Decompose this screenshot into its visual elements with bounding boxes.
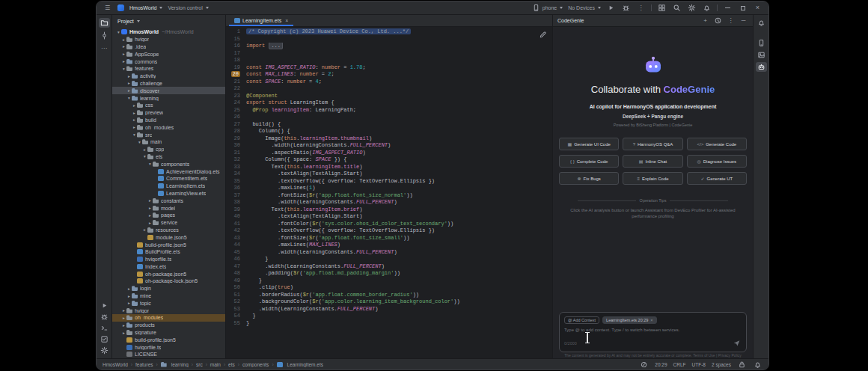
cursor-position[interactable]: 20:29 — [655, 362, 667, 367]
tree-item-oh-package-json5[interactable]: oh-package.json5 — [112, 270, 225, 278]
tree-item-cpp[interactable]: ▸cpp — [112, 146, 225, 153]
tree-item-constants[interactable]: ▸constants — [112, 197, 225, 204]
chevron-collapsed-icon[interactable]: ▸ — [147, 206, 153, 210]
device-selector[interactable]: No Devices — [568, 5, 601, 10]
remove-context-icon[interactable]: × — [650, 318, 652, 322]
tree-item--idea[interactable]: ▸.idea — [112, 43, 225, 51]
tree-item-css[interactable]: ▸css — [112, 102, 225, 109]
run-button[interactable] — [606, 3, 616, 13]
chevron-collapsed-icon[interactable]: ▸ — [132, 111, 137, 115]
breadcrumb-src[interactable]: src — [196, 362, 203, 367]
inspections-status-icon[interactable] — [639, 360, 649, 370]
code-line[interactable]: 37 .fontSize($r('app.float.font_size_nor… — [226, 192, 552, 200]
add-context-button[interactable]: @ Add Context — [564, 316, 599, 324]
code-line[interactable]: 54 } — [226, 313, 552, 320]
status-bell-icon[interactable] — [753, 360, 762, 370]
code-line[interactable]: 23@Component — [226, 93, 552, 100]
terminal-tool-icon[interactable] — [99, 323, 110, 333]
code-line[interactable]: 20const MAX_LINES: number = 2; — [226, 71, 552, 79]
version-control-menu[interactable]: Version control — [168, 5, 208, 10]
chevron-expanded-icon[interactable]: ▾ — [126, 96, 132, 100]
tree-item-ets[interactable]: ▾ets — [112, 153, 225, 161]
tree-item-preview[interactable]: ▸preview — [112, 109, 225, 117]
chevron-expanded-icon[interactable]: ▾ — [142, 154, 147, 159]
tree-item-main[interactable]: ▾main — [112, 138, 225, 146]
action-generate-code[interactable]: </>Generate Code — [687, 138, 747, 150]
send-message-icon[interactable] — [732, 338, 742, 348]
tree-item-index-ets[interactable]: Index.ets — [112, 263, 225, 271]
tree-item-signature[interactable]: ▸signature — [112, 329, 225, 337]
code-line[interactable]: 26 — [226, 114, 552, 121]
action-inline-chat[interactable]: ▤Inline Chat — [623, 155, 682, 168]
tree-item-hvigorfile-ts[interactable]: hvigorfile.ts — [112, 343, 225, 351]
file-encoding[interactable]: UTF-8 — [692, 362, 706, 367]
edit-mode-pencil-icon[interactable] — [538, 30, 548, 40]
chevron-collapsed-icon[interactable]: ▸ — [147, 213, 153, 218]
chat-composer[interactable]: @ Add Context LearningItem.ets 20:29 × 0… — [559, 312, 747, 352]
chevron-expanded-icon[interactable]: ▾ — [121, 67, 126, 71]
codegenie-tool-icon[interactable] — [756, 62, 767, 72]
tree-item-appscope[interactable]: ▸AppScope — [112, 50, 225, 58]
chevron-collapsed-icon[interactable]: ▸ — [142, 227, 147, 232]
todo-tool-icon[interactable] — [99, 334, 110, 344]
code-line[interactable]: 46 } — [226, 256, 552, 263]
code-line[interactable]: 55} — [226, 320, 552, 328]
breadcrumb-hmosworld[interactable]: HmosWorld — [103, 362, 128, 367]
tree-item-mine[interactable]: ▸mine — [112, 292, 225, 300]
breadcrumb-main[interactable]: main — [210, 362, 221, 367]
chevron-collapsed-icon[interactable]: ▸ — [126, 88, 132, 93]
code-line[interactable]: 51 .borderRadius($r('app.float.common_bo… — [226, 292, 552, 299]
more-tools-icon[interactable]: ⋯ — [99, 43, 110, 53]
tree-item-hvigor[interactable]: ▸hvigor — [112, 307, 225, 314]
chevron-collapsed-icon[interactable]: ▸ — [126, 286, 132, 291]
chevron-collapsed-icon[interactable]: ▸ — [121, 308, 126, 313]
code-line[interactable]: 21const SPACE: number = 4; — [226, 79, 552, 86]
code-line[interactable]: 48 .padding($r('app.float.md_padding_mar… — [226, 270, 552, 278]
tree-item-pages[interactable]: ▸pages — [112, 212, 225, 219]
commit-tool-icon[interactable] — [99, 31, 110, 40]
notifications-icon[interactable] — [756, 18, 767, 28]
tree-item-learningitem-ets[interactable]: LearningItem.ets — [112, 183, 225, 190]
breadcrumb-features[interactable]: features — [135, 362, 153, 367]
code-line[interactable]: 36 .maxLines(1) — [226, 185, 552, 192]
code-line[interactable]: 41 .fontColor($r('sys.color.ohos_id_colo… — [226, 221, 552, 228]
chevron-expanded-icon[interactable]: ▾ — [132, 132, 137, 137]
tree-item-topic[interactable]: ▸topic — [112, 299, 225, 307]
tree-item-components[interactable]: ▾components — [112, 160, 225, 168]
code-line[interactable]: 38 .width(LearningConstants.FULL_PERCENT… — [226, 199, 552, 206]
chevron-expanded-icon[interactable]: ▾ — [116, 30, 121, 34]
minimize-button[interactable] — [723, 3, 733, 13]
device-type-selector[interactable]: phone — [531, 3, 563, 13]
code-line[interactable]: 45 .width(LearningConstants.FULL_PERCENT… — [226, 249, 552, 257]
code-line[interactable]: 49 } — [226, 278, 552, 285]
code-line[interactable]: 43 .fontSize($r('app.float.font_size_sma… — [226, 235, 552, 242]
code-line[interactable]: 1/* Copyright (c) 2023 Huawei Device Co.… — [226, 28, 552, 36]
tree-item-src[interactable]: ▾src — [112, 131, 225, 138]
search-icon[interactable] — [672, 3, 682, 13]
code-line[interactable]: 33 Text(this.learningItem.title) — [226, 164, 552, 171]
indent-style[interactable]: 2 spaces — [712, 362, 731, 367]
code-line[interactable]: 22 — [226, 85, 552, 93]
chevron-collapsed-icon[interactable]: ▸ — [142, 147, 147, 152]
code-line[interactable]: 50 .clip(true) — [226, 284, 552, 292]
chevron-collapsed-icon[interactable]: ▸ — [147, 221, 153, 225]
chevron-collapsed-icon[interactable]: ▸ — [121, 52, 126, 56]
code-line[interactable]: 32 Column({ space: SPACE }) { — [226, 156, 552, 164]
tree-item-model[interactable]: ▸model — [112, 204, 225, 212]
code-line[interactable]: 27 build() { — [226, 121, 552, 129]
tree-item-learningview-ets[interactable]: LearningView.ets — [112, 190, 225, 197]
action-explain-code[interactable]: ≡Explain Code — [623, 172, 682, 185]
tree-item-hmosworld[interactable]: ▾HmosWorld~/HmosWorld — [112, 28, 225, 36]
action-diagnose-issues[interactable]: ◎Diagnose Issues — [687, 155, 747, 168]
close-tab-icon[interactable]: × — [285, 18, 288, 23]
chevron-collapsed-icon[interactable]: ▸ — [121, 37, 126, 42]
tree-item-commons[interactable]: ▸commons — [112, 58, 225, 65]
code-line[interactable]: 35 .textOverflow({ overflow: TextOverflo… — [226, 178, 552, 186]
tree-item-commentitem-ets[interactable]: CommentItem.ets — [112, 175, 225, 183]
action-complete-code[interactable]: { }Complete Code — [559, 155, 619, 168]
tree-item-module-json5[interactable]: module.json5 — [112, 233, 225, 241]
tree-item-oh-package-lock-json5[interactable]: oh-package-lock.json5 — [112, 278, 225, 285]
settings-icon[interactable] — [99, 346, 110, 355]
close-button[interactable]: × — [753, 3, 762, 13]
history-icon[interactable] — [713, 16, 723, 25]
